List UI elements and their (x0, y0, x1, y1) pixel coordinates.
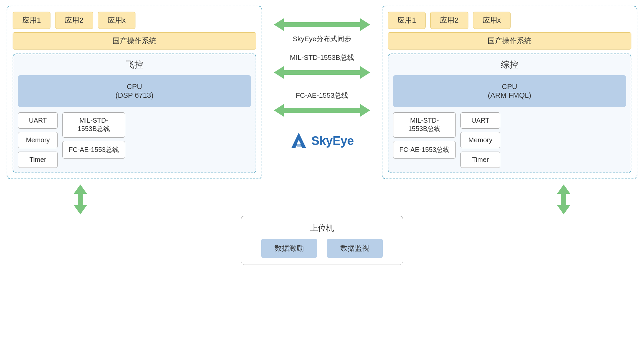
right-system-title: 综控 (393, 59, 626, 70)
milstd-arrow-icon (274, 63, 370, 81)
right-cpu-box: CPU (ARM FMQL) (393, 75, 626, 107)
left-milstd-bus: MIL-STD- 1553B总线 (62, 112, 125, 138)
right-left-buses: MIL-STD- 1553B总线 FC-AE-1553总线 (393, 112, 456, 159)
milstd-section: MIL-STD-1553B总线 (274, 53, 370, 81)
left-left-components: UART Memory Timer (18, 112, 58, 168)
right-app-row: 应用1 应用2 应用x (388, 12, 631, 29)
sync-section: SkyEye分布式同步 (274, 16, 370, 44)
right-uart: UART (460, 112, 500, 129)
left-system-inner: 飞控 CPU (DSP 6713) UART Memory Timer MIL-… (13, 54, 256, 173)
left-app-row: 应用1 应用2 应用x (13, 12, 256, 29)
left-cpu-box: CPU (DSP 6713) (18, 75, 251, 107)
sync-label: SkyEye分布式同步 (293, 34, 351, 44)
right-components-row: MIL-STD- 1553B总线 FC-AE-1553总线 UART Memor… (393, 112, 626, 168)
right-milstd-bus: MIL-STD- 1553B总线 (393, 112, 456, 138)
left-right-buses: MIL-STD- 1553B总线 FC-AE-1553总线 (62, 112, 125, 159)
bus1-label: MIL-STD-1553B总线 (290, 53, 354, 62)
data-stimulus-btn[interactable]: 数据激励 (261, 239, 317, 258)
left-os-bar: 国产操作系统 (13, 32, 256, 50)
upper-machine-buttons: 数据激励 数据监视 (261, 239, 383, 258)
svg-marker-2 (274, 104, 370, 117)
left-app-2: 应用2 (55, 12, 93, 29)
right-fcae-bus: FC-AE-1553总线 (393, 141, 456, 159)
top-row: 应用1 应用2 应用x 国产操作系统 飞控 CPU (DSP 6713) UAR… (7, 6, 637, 179)
skyeye-logo: SkyEye (290, 131, 354, 151)
left-vertical-arrow-icon (73, 184, 88, 214)
svg-marker-4 (557, 184, 570, 214)
right-system-inner: 综控 CPU (ARM FMQL) MIL-STD- 1553B总线 FC-AE… (388, 54, 631, 173)
right-cpu-line2: (ARM FMQL) (488, 91, 531, 99)
svg-marker-0 (274, 18, 370, 31)
skyeye-icon (290, 131, 307, 151)
left-system-outer: 应用1 应用2 应用x 国产操作系统 飞控 CPU (DSP 6713) UAR… (7, 6, 262, 179)
upper-machine-title: 上位机 (310, 223, 334, 233)
fcae-arrow-icon (274, 101, 370, 119)
right-memory: Memory (460, 132, 500, 148)
right-timer: Timer (460, 152, 500, 168)
left-cpu-line2: (DSP 6713) (116, 91, 154, 99)
right-right-components: UART Memory Timer (460, 112, 500, 168)
main-container: 应用1 应用2 应用x 国产操作系统 飞控 CPU (DSP 6713) UAR… (7, 6, 637, 351)
left-fcae-bus: FC-AE-1553总线 (62, 141, 125, 159)
left-memory: Memory (18, 132, 58, 148)
left-uart: UART (18, 112, 58, 129)
right-cpu-line1: CPU (502, 82, 517, 91)
middle-col: SkyEye分布式同步 MIL-STD-1553B总线 FC-AE-1553总线 (269, 6, 375, 179)
left-app-x: 应用x (98, 12, 135, 29)
upper-machine-box: 上位机 数据激励 数据监视 (241, 216, 403, 265)
right-app-x: 应用x (473, 12, 511, 29)
left-components-row: UART Memory Timer MIL-STD- 1553B总线 FC-AE… (18, 112, 251, 168)
svg-marker-3 (74, 184, 87, 214)
skyeye-brand-text: SkyEye (311, 134, 354, 148)
right-app-2: 应用2 (430, 12, 468, 29)
data-monitor-btn[interactable]: 数据监视 (327, 239, 383, 258)
right-os-bar: 国产操作系统 (388, 32, 631, 50)
bus2-label: FC-AE-1553总线 (296, 91, 349, 100)
left-cpu-line1: CPU (127, 82, 142, 91)
left-system-title: 飞控 (18, 59, 251, 70)
fcae-section: FC-AE-1553总线 (274, 91, 370, 119)
svg-marker-1 (274, 66, 370, 79)
right-app-1: 应用1 (388, 12, 426, 29)
sync-arrow-icon (274, 16, 370, 34)
bottom-arrows-row (13, 184, 631, 214)
left-timer: Timer (18, 152, 58, 168)
right-system-outer: 应用1 应用2 应用x 国产操作系统 综控 CPU (ARM FMQL) MIL… (382, 6, 637, 179)
right-vertical-arrow-icon (556, 184, 571, 214)
middle-arrows: SkyEye分布式同步 MIL-STD-1553B总线 FC-AE-1553总线 (269, 16, 375, 151)
bottom-section: 上位机 数据激励 数据监视 (7, 184, 637, 265)
left-app-1: 应用1 (13, 12, 50, 29)
